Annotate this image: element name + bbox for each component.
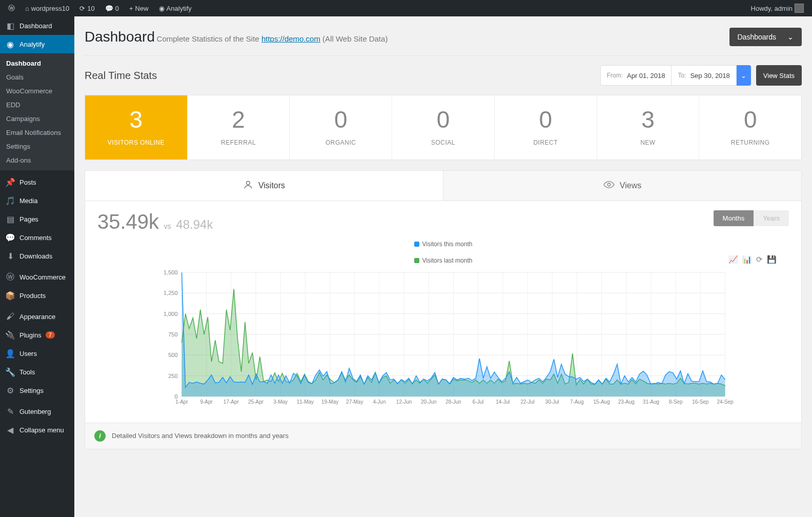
sidebar-item-media[interactable]: 🎵Media	[0, 191, 74, 210]
sidebar-item-gutenberg[interactable]: ✎Gutenberg	[0, 402, 74, 421]
stat-label: NEW	[597, 139, 699, 146]
svg-text:31-Aug: 31-Aug	[643, 399, 659, 405]
account-link[interactable]: Howdy, admin	[747, 4, 808, 13]
stat-card-direct[interactable]: 0DIRECT	[495, 95, 597, 160]
sidebar-item-analytify[interactable]: ◉Analytify	[0, 35, 74, 53]
comment-icon: 💬	[105, 5, 113, 12]
sidebar-sub-campaigns[interactable]: Campaigns	[0, 112, 74, 126]
sidebar-item-label: Collapse menu	[19, 426, 64, 434]
comment-icon: 💬	[5, 232, 15, 243]
sidebar-sub-goals[interactable]: Goals	[0, 70, 74, 84]
sidebar-item-appearance[interactable]: 🖌Appearance	[0, 307, 74, 326]
refresh-icon: ⟳	[79, 5, 85, 12]
stat-card-new[interactable]: 3NEW	[597, 95, 700, 160]
svg-text:8-Sep: 8-Sep	[669, 399, 683, 405]
stat-number: 3	[85, 107, 187, 133]
svg-text:9-Apr: 9-Apr	[200, 399, 213, 405]
page-subtitle: Complete Statistics of the Site https://…	[157, 34, 388, 43]
stat-card-returning[interactable]: 0RETURNING	[699, 95, 801, 160]
sidebar-item-products[interactable]: 📦Products	[0, 286, 74, 305]
sidebar-item-plugins[interactable]: 🔌Plugins7	[0, 326, 74, 344]
howdy-text: Howdy, admin	[751, 5, 793, 12]
toggle-years[interactable]: Years	[754, 210, 789, 226]
wp-logo[interactable]: ⓦ	[4, 4, 19, 13]
analytify-link[interactable]: ◉Analytify	[155, 5, 196, 12]
sidebar-item-pages[interactable]: ▤Pages	[0, 210, 74, 228]
sidebar-item-label: Pages	[19, 215, 38, 223]
sidebar-item-label: Analytify	[19, 41, 45, 48]
new-content-link[interactable]: +New	[125, 5, 153, 12]
metric-sub: 48.94k	[176, 217, 213, 231]
toggle-months[interactable]: Months	[714, 210, 754, 226]
stat-card-social[interactable]: 0SOCIAL	[392, 95, 495, 160]
sidebar-item-posts[interactable]: 📌Posts	[0, 173, 74, 191]
from-date-picker[interactable]: From: Apr 01, 2018	[600, 65, 672, 86]
metric-main: 35.49k	[97, 210, 159, 233]
stat-card-organic[interactable]: 0ORGANIC	[290, 95, 392, 160]
comments-link[interactable]: 💬0	[101, 5, 123, 12]
stat-number: 0	[392, 107, 494, 133]
svg-text:28-Jun: 28-Jun	[445, 399, 461, 405]
sidebar-item-label: Posts	[19, 178, 36, 186]
svg-text:23-Aug: 23-Aug	[618, 399, 635, 405]
date-dropdown-toggle[interactable]: ⌄	[737, 65, 751, 86]
avatar	[795, 4, 804, 13]
footer-text: Detailed Visitors and Views breakdown in…	[112, 432, 289, 440]
sidebar-sub-add-ons[interactable]: Add-ons	[0, 153, 74, 167]
svg-text:1-Apr: 1-Apr	[175, 399, 188, 405]
svg-text:3-May: 3-May	[273, 399, 288, 405]
sidebar-item-users[interactable]: 👤Users	[0, 344, 74, 363]
realtime-stat-cards: 3VISITORS ONLINE2REFERRAL0ORGANIC0SOCIAL…	[85, 95, 802, 160]
download-icon: ⬇	[5, 251, 15, 261]
stat-number: 0	[290, 107, 392, 133]
bar-chart-icon[interactable]: 📊	[742, 255, 752, 264]
site-name-link[interactable]: ⌂wordpress10	[21, 5, 73, 12]
stat-number: 3	[597, 107, 699, 133]
stat-card-visitors-online[interactable]: 3VISITORS ONLINE	[85, 95, 188, 160]
tab-views[interactable]: Views	[443, 171, 801, 201]
updates-link[interactable]: ⟳10	[75, 5, 98, 12]
svg-point-0	[247, 181, 250, 185]
collapse-icon: ◀	[5, 425, 15, 435]
sidebar-item-dashboard[interactable]: ◧Dashboard	[0, 16, 74, 35]
sidebar-item-comments[interactable]: 💬Comments	[0, 228, 74, 247]
badge: 7	[46, 331, 55, 339]
site-url-link[interactable]: https://demo.com	[261, 34, 320, 43]
sidebar-sub-dashboard[interactable]: Dashboard	[0, 56, 74, 70]
to-date-picker[interactable]: To: Sep 30, 2018	[671, 65, 736, 86]
home-icon: ⌂	[25, 5, 29, 12]
chart-area: Visitors this month Visitors last month …	[85, 235, 801, 423]
sidebar-sub-woocommerce[interactable]: WooCommerce	[0, 84, 74, 98]
sidebar-item-collapse-menu[interactable]: ◀Collapse menu	[0, 421, 74, 439]
chevron-down-icon: ⌄	[787, 33, 794, 41]
save-icon[interactable]: 💾	[767, 255, 777, 264]
view-stats-button[interactable]: View Stats	[756, 65, 802, 86]
refresh-icon[interactable]: ⟳	[756, 255, 763, 264]
sidebar-item-woocommerce[interactable]: ⓦWooCommerce	[0, 268, 74, 286]
sidebar-sub-settings[interactable]: Settings	[0, 140, 74, 153]
svg-text:17-Apr: 17-Apr	[224, 399, 239, 405]
tab-visitors[interactable]: Visitors	[85, 171, 443, 201]
stat-label: SOCIAL	[392, 139, 494, 146]
sidebar-sub-edd[interactable]: EDD	[0, 98, 74, 112]
user-icon: 👤	[5, 348, 15, 359]
dashboards-dropdown[interactable]: Dashboards ⌄	[729, 28, 802, 46]
sidebar-item-label: Users	[19, 350, 37, 357]
dashboard-icon: ◧	[5, 21, 15, 31]
sidebar-item-downloads[interactable]: ⬇Downloads	[0, 247, 74, 265]
chevron-down-icon: ⌄	[741, 72, 746, 79]
legend-this-label: Visitors this month	[422, 241, 473, 248]
from-label: From:	[607, 72, 623, 79]
sidebar-item-settings[interactable]: ⚙Settings	[0, 381, 74, 400]
stat-number: 2	[188, 107, 290, 133]
media-icon: 🎵	[5, 195, 15, 206]
svg-text:250: 250	[168, 372, 177, 379]
sidebar-item-label: Tools	[19, 368, 35, 376]
stat-card-referral[interactable]: 2REFERRAL	[188, 95, 290, 160]
sliders-icon: ⚙	[5, 385, 15, 395]
line-chart-icon[interactable]: 📈	[728, 255, 738, 264]
sidebar-sub-email-notifications[interactable]: Email Notifications	[0, 126, 74, 140]
sidebar-item-tools[interactable]: 🔧Tools	[0, 363, 74, 381]
info-footer: i Detailed Visitors and Views breakdown …	[85, 423, 802, 449]
update-count: 10	[87, 5, 94, 12]
